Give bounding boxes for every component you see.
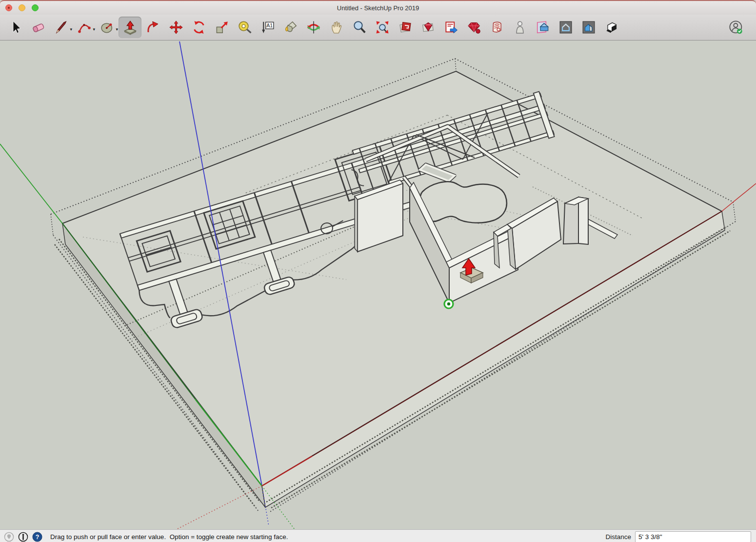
- section-plane-button[interactable]: [531, 17, 554, 38]
- x-ray-view-button[interactable]: [554, 17, 577, 38]
- rotate-icon: [192, 20, 206, 35]
- zoom-tool-button[interactable]: [348, 17, 371, 38]
- shapes-icon: [100, 20, 115, 35]
- line-tool-button[interactable]: ▾: [50, 17, 73, 38]
- status-hint-text: Drag to push or pull face or enter value…: [50, 533, 288, 541]
- zoom-extents-tool-button[interactable]: [371, 17, 394, 38]
- select-cursor-icon: [8, 20, 23, 35]
- title-bar: Untitled - SketchUp Pro 2019: [0, 0, 756, 15]
- paint-bucket-icon: [283, 20, 298, 35]
- pool-outline: [419, 181, 506, 222]
- help-icon[interactable]: ?: [32, 532, 42, 542]
- zoom-extents-icon: [375, 20, 390, 35]
- shaded-view-button[interactable]: [577, 17, 600, 38]
- distance-input[interactable]: [635, 531, 751, 542]
- status-bar: ? Drag to push or pull face or enter val…: [0, 529, 756, 542]
- send-to-layout-icon: [444, 20, 458, 35]
- materials-scroll-icon: [490, 20, 504, 35]
- tape-measure-icon: [238, 20, 252, 35]
- info-icon[interactable]: [18, 532, 28, 542]
- shapes-tool-button[interactable]: ▾: [96, 17, 119, 38]
- position-camera-icon: [513, 20, 527, 35]
- zoom-window-button[interactable]: [32, 4, 39, 11]
- origin-point-marker: [444, 300, 453, 308]
- orbit-icon: [306, 20, 321, 35]
- geolocation-icon[interactable]: [4, 532, 14, 542]
- extension-warehouse-button[interactable]: [462, 17, 485, 38]
- pan-hand-icon: [329, 20, 344, 35]
- main-toolbar: ▾ ▾ ▾ A1: [0, 15, 756, 40]
- tape-measure-tool-button[interactable]: [233, 17, 256, 38]
- arc-dropdown-caret[interactable]: ▾: [93, 27, 95, 32]
- pencil-icon: [54, 20, 69, 35]
- eraser-icon: [31, 20, 46, 35]
- zoom-icon: [352, 20, 367, 35]
- scale-tool-button[interactable]: [210, 17, 233, 38]
- x-ray-view-icon: [558, 20, 573, 35]
- move-icon: [169, 20, 183, 35]
- section-plane-icon: [536, 20, 550, 35]
- shadows-button[interactable]: [600, 17, 623, 38]
- 3d-warehouse-button[interactable]: [394, 17, 417, 38]
- shadows-icon: [604, 20, 619, 35]
- modeling-viewport[interactable]: [0, 40, 756, 529]
- document-edited-dot: [8, 7, 10, 9]
- account-icon: [728, 20, 744, 35]
- push-pull-icon: [122, 20, 138, 35]
- line-dropdown-caret[interactable]: ▾: [70, 27, 72, 32]
- push-pull-tool-button[interactable]: [119, 17, 141, 38]
- arc-icon: [77, 20, 92, 35]
- close-button[interactable]: [5, 4, 12, 11]
- select-tool-button[interactable]: [4, 17, 27, 38]
- window-title: Untitled - SketchUp Pro 2019: [337, 4, 419, 12]
- svg-text:?: ?: [36, 534, 40, 541]
- follow-me-tool-button[interactable]: [141, 17, 164, 38]
- arc-tool-button[interactable]: ▾: [73, 17, 96, 38]
- 3d-warehouse-icon: [398, 20, 413, 35]
- move-tool-button[interactable]: [164, 17, 187, 38]
- rotate-tool-button[interactable]: [187, 17, 210, 38]
- shaded-view-icon: [581, 20, 596, 35]
- dimension-icon: A1: [260, 20, 275, 35]
- paint-bucket-tool-button[interactable]: [279, 17, 302, 38]
- scale-icon: [215, 20, 229, 35]
- follow-me-icon: [146, 20, 160, 35]
- position-camera-button[interactable]: [508, 17, 531, 38]
- materials-button[interactable]: [485, 17, 508, 38]
- dimension-tool-button[interactable]: A1: [256, 17, 279, 38]
- eraser-tool-button[interactable]: [27, 17, 50, 38]
- share-model-icon: [421, 20, 436, 35]
- shapes-dropdown-caret[interactable]: ▾: [116, 27, 118, 32]
- minimize-button[interactable]: [19, 4, 25, 11]
- measurement-label: Distance: [605, 533, 631, 541]
- sketchup-window: Untitled - SketchUp Pro 2019 ▾ ▾ ▾ A1: [0, 0, 756, 542]
- share-model-button[interactable]: [417, 17, 439, 38]
- extension-warehouse-icon: [467, 20, 481, 35]
- pan-tool-button[interactable]: [325, 17, 348, 38]
- traffic-lights: [5, 4, 39, 11]
- orbit-tool-button[interactable]: [302, 17, 325, 38]
- modeling-canvas[interactable]: [0, 40, 756, 529]
- account-button[interactable]: [724, 17, 747, 38]
- send-to-layout-button[interactable]: [439, 17, 462, 38]
- svg-text:A1: A1: [266, 22, 273, 28]
